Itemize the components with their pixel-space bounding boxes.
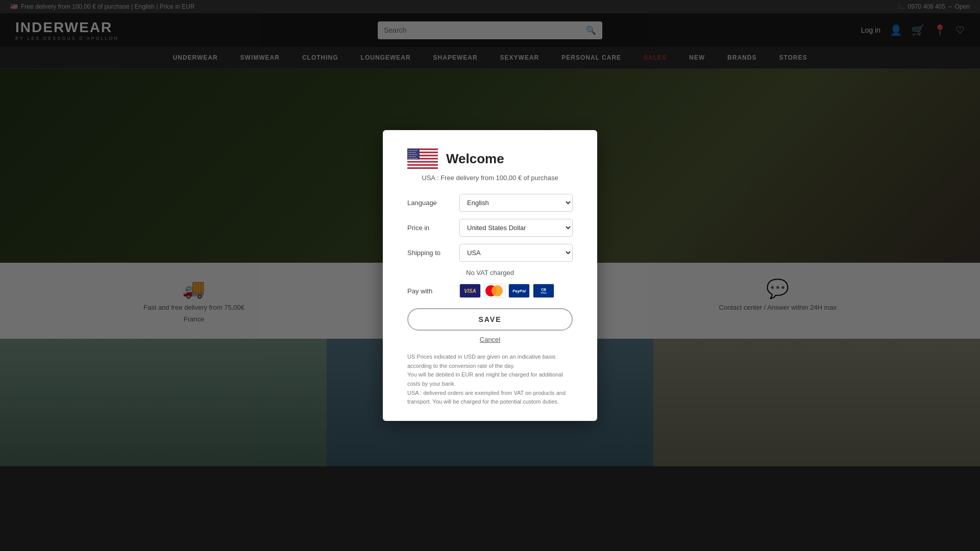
visa-icon: VISA bbox=[459, 284, 481, 298]
modal-overlay: ★★★★★★ ★★★★★ ★★★★★★ ★★★★★ ★★★★★★ Welcome… bbox=[0, 0, 980, 466]
price-label: Price in bbox=[407, 224, 453, 232]
modal-subtitle: USA : Free delivery from 100,00 € of pur… bbox=[407, 174, 573, 182]
pay-with-row: Pay with VISA PayPal CB VISA bbox=[407, 284, 573, 298]
payment-icons: VISA PayPal CB VISA bbox=[459, 284, 554, 298]
price-select[interactable]: United States Dollar bbox=[459, 219, 573, 237]
no-vat-text: No VAT charged bbox=[407, 269, 573, 277]
footer-line2: You will be debited in EUR and might be … bbox=[407, 370, 573, 388]
shipping-select[interactable]: USA bbox=[459, 244, 573, 262]
price-row: Price in United States Dollar bbox=[407, 219, 573, 237]
shipping-label: Shipping to bbox=[407, 249, 453, 257]
save-button[interactable]: SAVE bbox=[407, 308, 573, 331]
svg-rect-4 bbox=[407, 160, 438, 161]
pay-with-label: Pay with bbox=[407, 287, 453, 295]
modal-title: Welcome bbox=[446, 151, 504, 167]
cb-icon: CB VISA bbox=[533, 284, 554, 298]
footer-line3: USA : delivered orders are exempted from… bbox=[407, 389, 573, 407]
shipping-row: Shipping to USA bbox=[407, 244, 573, 262]
svg-rect-5 bbox=[407, 163, 438, 164]
paypal-icon: PayPal bbox=[508, 284, 530, 298]
language-row: Language English bbox=[407, 194, 573, 212]
cancel-link[interactable]: Cancel bbox=[407, 336, 573, 343]
modal-header: ★★★★★★ ★★★★★ ★★★★★★ ★★★★★ ★★★★★★ Welcome bbox=[407, 148, 573, 169]
welcome-modal: ★★★★★★ ★★★★★ ★★★★★★ ★★★★★ ★★★★★★ Welcome… bbox=[383, 130, 597, 421]
footer-line1: US Prices indicated in USD are given on … bbox=[407, 353, 573, 370]
us-flag-modal: ★★★★★★ ★★★★★ ★★★★★★ ★★★★★ ★★★★★★ bbox=[407, 148, 438, 169]
mastercard-icon bbox=[484, 284, 505, 298]
svg-text:★★★★★★: ★★★★★★ bbox=[408, 158, 418, 160]
language-select[interactable]: English bbox=[459, 194, 573, 212]
language-label: Language bbox=[407, 199, 453, 207]
modal-footer-text: US Prices indicated in USD are given on … bbox=[407, 353, 573, 407]
svg-rect-6 bbox=[407, 166, 438, 167]
